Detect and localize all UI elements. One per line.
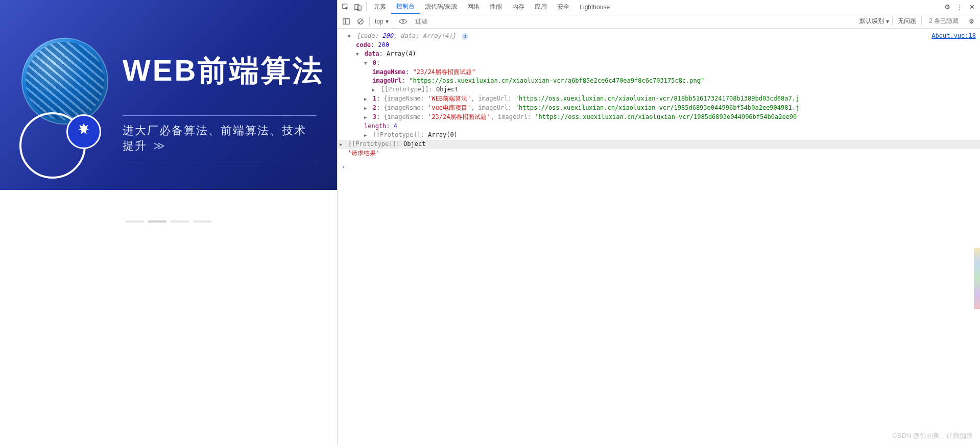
- devtools-panel: 元素 控制台 源代码/来源 网络 性能 内存 应用 安全 Lighthouse …: [337, 0, 980, 445]
- toolbar-separator: [412, 17, 412, 26]
- carousel-dots: [0, 220, 337, 222]
- info-badge-icon[interactable]: i: [462, 33, 468, 40]
- console-output: About.vue:18 {code: 200, data: Array(4)}…: [338, 29, 980, 445]
- hero-divider-bottom: [123, 161, 317, 161]
- inspect-icon[interactable]: [340, 0, 352, 14]
- hero-banner: WEB前端算法 进大厂必备算法、前端算法、技术提升 ≫: [0, 0, 337, 190]
- tab-network[interactable]: 网络: [462, 0, 485, 14]
- tab-lighthouse[interactable]: Lighthouse: [575, 0, 615, 14]
- hidden-messages-label[interactable]: 2 条已隐藏: [925, 17, 963, 26]
- device-toggle-icon[interactable]: [352, 0, 364, 14]
- collapse-caret-icon[interactable]: [364, 131, 369, 138]
- carousel-dot[interactable]: [193, 220, 211, 222]
- carousel-dot-active[interactable]: [148, 220, 166, 222]
- hero-title: WEB前端算法: [123, 51, 324, 91]
- source-link[interactable]: About.vue:18: [931, 32, 976, 40]
- hero-illustration-circle: [21, 38, 108, 125]
- log-object-proto[interactable]: [[Prototype]]: Object: [338, 140, 980, 149]
- log-prop-imageurl[interactable]: imageUrl: "https://oss.xuexiluxian.cn/xi…: [340, 77, 978, 85]
- tab-separator: [366, 2, 367, 12]
- source-link-text[interactable]: About.vue:18: [931, 32, 976, 39]
- chevron-down-icon: ▾: [386, 18, 389, 25]
- tab-sources[interactable]: 源代码/来源: [420, 0, 462, 14]
- log-level-label: 默认级别: [859, 17, 884, 26]
- console-settings-icon[interactable]: ⚙: [966, 18, 977, 25]
- sidebar-toggle-icon[interactable]: [341, 16, 352, 27]
- prompt-chevron-icon: ›: [340, 163, 345, 170]
- no-problems-label[interactable]: 无问题: [892, 17, 922, 26]
- expand-caret-icon[interactable]: [356, 50, 361, 57]
- clear-console-icon[interactable]: [355, 16, 366, 27]
- context-selector[interactable]: top ▾: [373, 18, 391, 25]
- log-level-selector[interactable]: 默认级别 ▾: [859, 17, 889, 26]
- carousel-dot[interactable]: [126, 220, 144, 222]
- log-array-item-1[interactable]: 1: {imageNsme: 'WEB前端算法', imageUrl: 'htt…: [340, 94, 978, 104]
- svg-line-6: [359, 19, 363, 23]
- svg-point-7: [402, 20, 403, 22]
- svg-rect-1: [355, 4, 359, 9]
- context-label: top: [375, 18, 384, 25]
- log-array-item-0[interactable]: 0:: [340, 59, 978, 68]
- watermark-text: CSDN @你的美，让我痴迷: [892, 431, 973, 440]
- tab-memory[interactable]: 内存: [507, 0, 530, 14]
- hero-divider-top: [123, 115, 317, 116]
- toolbar-separator: [394, 17, 394, 26]
- collapse-caret-icon[interactable]: [340, 140, 344, 147]
- live-expression-icon[interactable]: [397, 16, 409, 27]
- hero-subtitle-arrows: ≫: [151, 139, 163, 152]
- tab-application[interactable]: 应用: [530, 0, 552, 14]
- devtools-tabs: 元素 控制台 源代码/来源 网络 性能 内存 应用 安全 Lighthouse …: [338, 0, 980, 14]
- log-prop-code[interactable]: code: 200: [340, 41, 978, 50]
- carousel-dot[interactable]: [171, 220, 189, 222]
- hero-subtitle-text: 进大厂必备算法、前端算法、技术提升: [123, 124, 306, 152]
- scroll-indicator: [974, 248, 980, 309]
- log-object-summary[interactable]: {code: 200, data: Array(4)} i: [340, 32, 978, 41]
- settings-gear-icon[interactable]: ⚙: [941, 0, 953, 14]
- log-prop-length[interactable]: length: 4: [340, 122, 978, 131]
- tab-security[interactable]: 安全: [552, 0, 575, 14]
- console-toolbar: top ▾ 默认级别 ▾ 无问题 2 条已隐藏 ⚙: [338, 14, 980, 29]
- close-devtools-icon[interactable]: ✕: [966, 0, 978, 14]
- chevron-down-icon: ▾: [886, 18, 889, 25]
- tab-elements[interactable]: 元素: [369, 0, 391, 14]
- filter-input[interactable]: [415, 16, 660, 27]
- kebab-menu-icon[interactable]: ⋮: [953, 0, 966, 14]
- console-prompt[interactable]: ›: [340, 158, 978, 171]
- svg-rect-3: [343, 18, 349, 24]
- tab-performance[interactable]: 性能: [485, 0, 507, 14]
- log-prop-data[interactable]: data: Array(4): [340, 50, 978, 59]
- hero-logo-badge: [66, 114, 101, 149]
- log-array-item-3[interactable]: 3: {imageNsme: '23/24届春招面试题', imageUrl: …: [340, 113, 978, 122]
- hero-subtitle-wrap: 进大厂必备算法、前端算法、技术提升 ≫: [123, 115, 317, 161]
- collapse-caret-icon[interactable]: [372, 86, 377, 93]
- collapse-caret-icon[interactable]: [364, 104, 369, 111]
- expand-caret-icon[interactable]: [364, 59, 369, 66]
- tab-console[interactable]: 控制台: [391, 0, 420, 14]
- hero-subtitle: 进大厂必备算法、前端算法、技术提升 ≫: [123, 123, 317, 154]
- webpage-panel: WEB前端算法 进大厂必备算法、前端算法、技术提升 ≫: [0, 0, 337, 445]
- log-array-proto[interactable]: [[Prototype]]: Array(0): [340, 131, 978, 140]
- log-prop-imagensme[interactable]: imageNsme: "23/24届春招面试题": [340, 68, 978, 77]
- deer-icon: [75, 122, 92, 142]
- log-trailing-string: '请求结果': [340, 149, 978, 158]
- log-proto[interactable]: [[Prototype]]: Object: [340, 85, 978, 94]
- toolbar-separator: [369, 17, 370, 26]
- collapse-caret-icon[interactable]: [364, 113, 369, 120]
- log-array-item-2[interactable]: 2: {imageNsme: 'vue电商项目', imageUrl: 'htt…: [340, 104, 978, 113]
- expand-caret-icon[interactable]: [348, 32, 352, 39]
- collapse-caret-icon[interactable]: [364, 95, 369, 102]
